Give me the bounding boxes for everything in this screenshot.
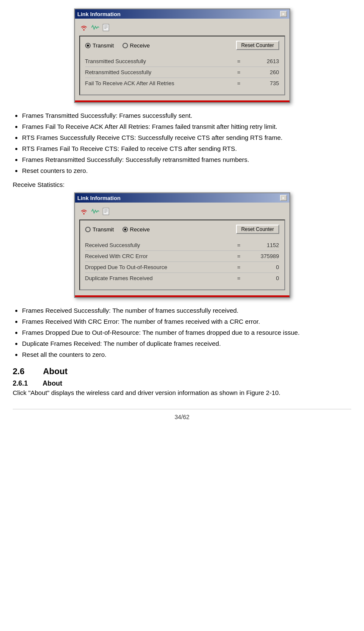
stats-eq: = xyxy=(233,242,245,248)
stats-label: Retransmitted Successfully xyxy=(85,69,233,75)
transmit-dialog-title: Link Information xyxy=(78,11,121,17)
receive-radio-receive[interactable]: Receive xyxy=(122,226,150,233)
stats-label: Duplicate Frames Received xyxy=(85,275,233,281)
transmit-dialog-body: Transmit Receive Reset Counter Transmitt… xyxy=(75,19,289,100)
receive-wave-icon xyxy=(90,207,100,216)
transmit-dialog-close-button[interactable]: × xyxy=(280,11,287,17)
receive-reset-counter-button[interactable]: Reset Counter xyxy=(236,225,279,234)
svg-rect-0 xyxy=(103,24,109,31)
list-item: Duplicate Frames Received: The number of… xyxy=(22,339,351,349)
transmit-radio-label: Transmit xyxy=(93,42,114,49)
list-item: Frames Dropped Due to Out-of-Resource: T… xyxy=(22,328,351,338)
stats-eq: = xyxy=(233,253,245,259)
receive-wifi-icon xyxy=(79,207,89,216)
receive-bullet-list: Frames Received Successfully: The number… xyxy=(22,306,351,360)
stats-label: Dropped Due To Out-of-Resource xyxy=(85,264,233,270)
svg-rect-4 xyxy=(103,208,109,215)
stats-label: Transmitted Successfully xyxy=(85,58,233,64)
transmit-dialog-titlebar: Link Information × xyxy=(75,9,289,19)
table-row: Received Successfully = 1152 xyxy=(85,240,279,251)
page-footer: 34/62 xyxy=(13,409,351,420)
receive-dialog-container: Link Information × xyxy=(13,192,351,298)
list-item: Frames Received Successfully: The number… xyxy=(22,306,351,316)
stats-value: 375989 xyxy=(245,253,279,259)
receive-transmit-radio-label: Transmit xyxy=(93,226,114,233)
wave-icon xyxy=(90,23,100,32)
table-row: Duplicate Frames Received = 0 xyxy=(85,273,279,284)
list-item: RTS Frames Fail To Receive CTS: Failed t… xyxy=(22,144,351,154)
receive-receive-radio-circle xyxy=(122,227,128,232)
receive-section-label: Receive Statistics: xyxy=(13,181,351,188)
section-2-6-1-body: Click "About" displays the wireless card… xyxy=(13,389,351,396)
transmit-dialog-toolbar xyxy=(79,22,285,33)
list-item: Reset counters to zero. xyxy=(22,166,351,176)
transmit-radio-circle xyxy=(85,43,91,48)
transmit-stats-table: Transmitted Successfully = 2613 Retransm… xyxy=(85,56,279,89)
receive-receive-radio-label: Receive xyxy=(130,226,150,233)
list-item: Frames Received With CRC Error: The numb… xyxy=(22,317,351,327)
table-row: Dropped Due To Out-of-Resource = 0 xyxy=(85,262,279,273)
transmit-dialog: Link Information × xyxy=(74,8,290,103)
section-2-6-title: About xyxy=(43,367,68,376)
receive-doc-icon xyxy=(101,207,111,216)
transmit-radio-row: Transmit Receive Reset Counter xyxy=(85,41,279,50)
transmit-reset-counter-button[interactable]: Reset Counter xyxy=(236,41,279,50)
list-item: RTS Frames Successfully Receive CTS: Suc… xyxy=(22,133,351,143)
stats-eq: = xyxy=(233,58,245,64)
doc-icon xyxy=(101,23,111,32)
stats-value: 735 xyxy=(245,80,279,86)
receive-dialog-close-button[interactable]: × xyxy=(280,195,287,201)
transmit-bullet-list: Frames Transmitted Successfully: Frames … xyxy=(22,111,351,176)
stats-label: Received With CRC Error xyxy=(85,253,233,259)
section-2-6-heading: 2.6 About xyxy=(13,367,351,376)
stats-eq: = xyxy=(233,264,245,270)
transmit-dialog-border-bottom xyxy=(75,100,289,102)
receive-radio-row: Transmit Receive Reset Counter xyxy=(85,225,279,234)
wifi-icon xyxy=(79,23,89,32)
stats-value: 260 xyxy=(245,69,279,75)
stats-eq: = xyxy=(233,80,245,86)
receive-dialog-border-bottom xyxy=(75,295,289,297)
list-item: Reset all the counters to zero. xyxy=(22,350,351,360)
transmit-dialog-inner: Transmit Receive Reset Counter Transmitt… xyxy=(79,36,285,95)
list-item: Frames Transmitted Successfully: Frames … xyxy=(22,111,351,121)
receive-dialog-body: Transmit Receive Reset Counter Received … xyxy=(75,203,289,295)
stats-value: 0 xyxy=(245,275,279,281)
page-number: 34/62 xyxy=(175,414,189,420)
table-row: Retransmitted Successfully = 260 xyxy=(85,67,279,78)
receive-dialog-title: Link Information xyxy=(78,195,121,201)
transmit-radio-receive[interactable]: Receive xyxy=(122,42,150,49)
receive-dialog: Link Information × xyxy=(74,192,290,298)
table-row: Fail To Receive ACK After All Retries = … xyxy=(85,78,279,89)
page-content: Link Information × xyxy=(13,8,351,420)
receive-transmit-radio-circle xyxy=(85,227,91,232)
receive-dialog-titlebar: Link Information × xyxy=(75,193,289,203)
transmit-radio-transmit[interactable]: Transmit xyxy=(85,42,114,49)
stats-label: Received Successfully xyxy=(85,242,233,248)
section-2-6-number: 2.6 xyxy=(13,367,25,376)
stats-eq: = xyxy=(233,69,245,75)
stats-value: 2613 xyxy=(245,58,279,64)
table-row: Received With CRC Error = 375989 xyxy=(85,251,279,262)
section-2-6-1-heading: 2.6.1 About xyxy=(13,380,351,387)
section-2-6-1-title: About xyxy=(43,380,62,387)
receive-radio-label: Receive xyxy=(130,42,150,49)
stats-label: Fail To Receive ACK After All Retries xyxy=(85,80,233,86)
receive-stats-table: Received Successfully = 1152 Received Wi… xyxy=(85,240,279,284)
section-2-6-1-number: 2.6.1 xyxy=(13,380,28,387)
list-item: Frames Fail To Receive ACK After All Ret… xyxy=(22,122,351,132)
list-item: Frames Retransmitted Successfully: Succe… xyxy=(22,155,351,165)
receive-dialog-toolbar xyxy=(79,206,285,217)
stats-value: 1152 xyxy=(245,242,279,248)
transmit-dialog-container: Link Information × xyxy=(13,8,351,103)
stats-eq: = xyxy=(233,275,245,281)
receive-radio-transmit[interactable]: Transmit xyxy=(85,226,114,233)
table-row: Transmitted Successfully = 2613 xyxy=(85,56,279,67)
receive-dialog-inner: Transmit Receive Reset Counter Received … xyxy=(79,220,285,290)
receive-radio-circle xyxy=(122,43,128,48)
stats-value: 0 xyxy=(245,264,279,270)
